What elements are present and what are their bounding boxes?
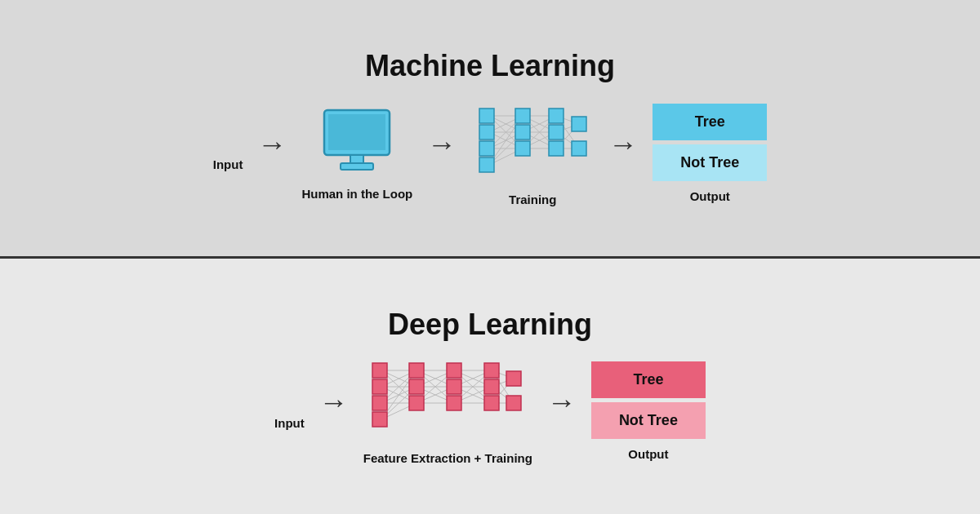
svg-rect-44 [549, 141, 564, 156]
ml-output-item: Tree Not Tree Output [653, 104, 767, 203]
ml-section: Machine Learning Input → [0, 0, 980, 259]
ml-input-label: Input [213, 157, 243, 171]
svg-rect-46 [572, 141, 586, 156]
ml-input-item: Input [213, 135, 243, 171]
dl-output-not-tree: Not Tree [591, 402, 706, 439]
svg-rect-45 [572, 117, 586, 131]
dl-input-label: Input [274, 416, 305, 430]
svg-rect-98 [484, 379, 499, 394]
dl-output-label: Output [628, 447, 668, 461]
ml-title: Machine Learning [365, 49, 615, 83]
dl-arrow-1: → [319, 388, 349, 417]
svg-rect-101 [506, 396, 521, 410]
dl-output-tree: Tree [591, 361, 706, 398]
svg-rect-87 [372, 363, 387, 378]
svg-rect-40 [515, 125, 530, 140]
ml-output-boxes: Tree Not Tree [653, 104, 767, 181]
svg-rect-36 [479, 125, 494, 140]
svg-rect-6 [350, 155, 363, 163]
dl-section: Deep Learning Input → [0, 259, 980, 515]
svg-rect-38 [479, 157, 494, 172]
ml-training-item: Training [471, 100, 594, 206]
dl-output-item: Tree Not Tree Output [591, 361, 706, 461]
svg-rect-100 [506, 371, 521, 386]
svg-rect-35 [479, 109, 494, 123]
ml-neural-net [471, 100, 594, 184]
dl-arrow-2: → [547, 388, 577, 417]
svg-rect-37 [479, 141, 494, 156]
dl-title: Deep Learning [388, 308, 592, 342]
monitor-icon [320, 106, 394, 179]
svg-rect-99 [484, 396, 499, 410]
ml-arrow-2: → [427, 130, 457, 159]
svg-rect-7 [341, 163, 373, 170]
ml-human-item: Human in the Loop [301, 106, 412, 201]
ml-human-label: Human in the Loop [301, 187, 412, 201]
svg-rect-91 [409, 363, 424, 378]
svg-rect-5 [328, 114, 385, 150]
svg-rect-43 [549, 125, 564, 140]
ml-training-label: Training [509, 193, 556, 206]
ml-flow-row: Input → Human in the Loop → [213, 100, 767, 206]
svg-rect-39 [515, 109, 530, 123]
dl-training-label: Feature Extraction + Training [363, 451, 532, 465]
ml-arrow-3: → [608, 130, 638, 159]
dl-output-boxes: Tree Not Tree [591, 361, 706, 439]
dl-training-item: Feature Extraction + Training [363, 358, 532, 465]
svg-rect-92 [409, 379, 424, 394]
ml-output-tree: Tree [653, 104, 767, 140]
svg-rect-41 [515, 141, 530, 156]
svg-rect-95 [447, 379, 461, 394]
svg-rect-97 [484, 363, 499, 378]
svg-rect-89 [372, 396, 387, 410]
svg-rect-94 [447, 363, 461, 378]
svg-rect-42 [549, 109, 564, 123]
ml-output-label: Output [690, 189, 730, 203]
ml-arrow-1: → [257, 130, 287, 159]
svg-rect-88 [372, 379, 387, 394]
svg-rect-93 [409, 396, 424, 410]
dl-input-item: Input [274, 393, 305, 430]
dl-neural-net [366, 358, 529, 443]
dl-flow-row: Input → [274, 358, 706, 465]
svg-rect-96 [447, 396, 461, 410]
svg-rect-90 [372, 412, 387, 427]
ml-output-not-tree: Not Tree [653, 144, 767, 181]
